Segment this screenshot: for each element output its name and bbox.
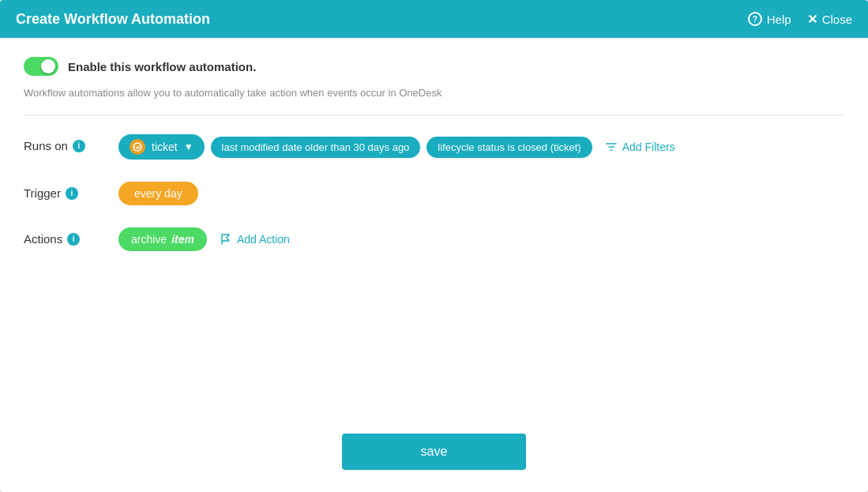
trigger-info-icon[interactable]: i [66,187,78,200]
close-button[interactable]: ✕ Close [807,12,852,27]
actions-label: Actions [24,232,62,246]
enable-row: Enable this workflow automation. [24,57,844,76]
filter-icon [605,141,618,153]
actions-label-group: Actions i [24,227,103,246]
actions-content: archive item Add Action [118,227,844,251]
add-filters-button[interactable]: Add Filters [599,137,682,156]
enable-toggle[interactable] [24,57,58,76]
close-icon: ✕ [807,12,817,27]
runs-on-content: ticket ▼ last modified date older than 3… [118,134,844,160]
modal-title: Create Workflow Automation [16,11,210,28]
runs-on-info-icon[interactable]: i [73,140,85,152]
help-icon: ? [748,12,762,26]
help-button[interactable]: ? Help [748,12,791,26]
actions-row: Actions i archive item Ad [24,227,844,251]
enable-label: Enable this workflow automation. [68,60,256,73]
toggle-track [24,57,58,76]
runs-on-label: Runs on [24,139,68,152]
description-text: Workflow automations allow you to automa… [24,87,844,99]
close-label: Close [822,13,852,26]
filter-pill-2[interactable]: lifecycle status is closed (ticket) [426,137,592,158]
filter-pill-1[interactable]: last modified date older than 30 days ag… [211,137,421,158]
trigger-content: every day [118,182,844,205]
help-label: Help [767,13,791,26]
actions-info-icon[interactable]: i [67,233,80,246]
add-action-label: Add Action [237,233,290,246]
ticket-dropdown[interactable]: ticket ▼ [118,134,205,160]
trigger-row: Trigger i every day [24,182,844,205]
runs-on-row: Runs on i ticket ▼ [24,134,844,160]
trigger-pill[interactable]: every day [118,182,198,205]
save-button[interactable]: save [342,434,527,470]
divider [24,115,844,115]
ticket-icon [130,139,145,155]
modal-container: Create Workflow Automation ? Help ✕ Clos… [0,0,868,492]
filter-2-text: lifecycle status is closed (ticket) [438,141,581,153]
svg-point-0 [133,143,141,151]
trigger-value: every day [134,187,182,200]
form-section: Runs on i ticket ▼ [24,134,844,402]
ticket-label: ticket [152,141,178,153]
trigger-label: Trigger [24,186,61,200]
add-filters-label: Add Filters [622,141,675,153]
action-noun: item [171,233,194,246]
action-verb: archive [131,233,167,246]
flag-icon [220,233,232,246]
action-pill[interactable]: archive item [118,227,207,251]
filter-1-text: last modified date older than 30 days ag… [222,141,410,153]
header-actions: ? Help ✕ Close [748,12,852,27]
dropdown-arrow-icon: ▼ [184,141,194,152]
modal-footer: save [0,421,868,492]
add-action-button[interactable]: Add Action [213,230,296,249]
modal-header: Create Workflow Automation ? Help ✕ Clos… [0,0,868,38]
modal-body: Enable this workflow automation. Workflo… [0,38,868,421]
runs-on-label-group: Runs on i [24,134,103,152]
trigger-label-group: Trigger i [24,182,103,200]
toggle-thumb [41,59,55,73]
